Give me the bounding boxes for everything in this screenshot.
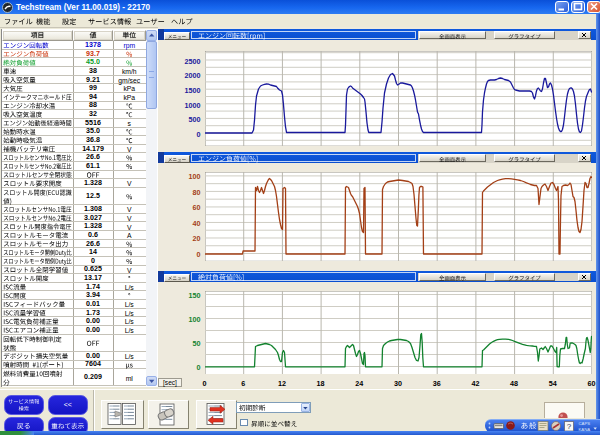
- svg-text:?: ?: [566, 422, 571, 431]
- svg-text:CAPS: CAPS: [578, 421, 590, 426]
